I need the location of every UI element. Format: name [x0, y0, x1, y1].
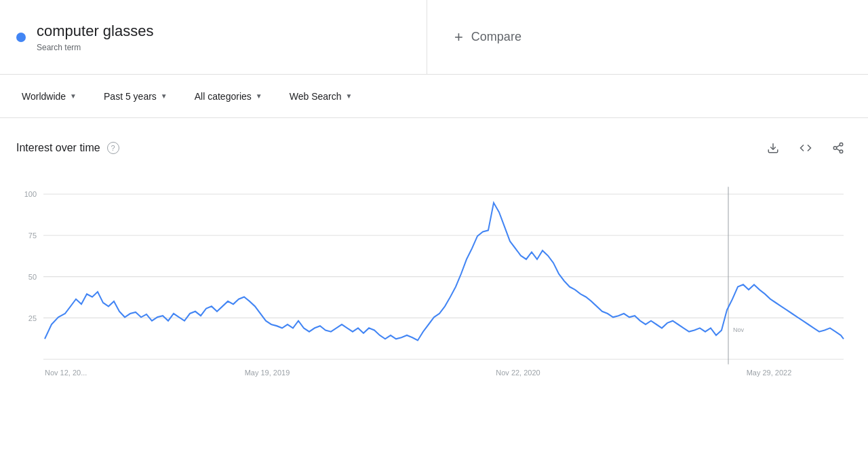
y-label-100: 100: [24, 190, 37, 198]
share-button[interactable]: [825, 134, 852, 162]
time-filter[interactable]: Past 5 years ▼: [93, 86, 178, 107]
search-type-filter-chevron: ▼: [345, 92, 352, 100]
search-type-filter-label: Web Search: [290, 91, 342, 102]
search-type-filter[interactable]: Web Search ▼: [279, 86, 363, 107]
category-filter-chevron: ▼: [256, 92, 262, 100]
category-filter[interactable]: All categories ▼: [184, 86, 273, 107]
chart-title: Interest over time: [16, 142, 100, 154]
y-label-25: 25: [28, 314, 37, 322]
search-term-text: computer glasses Search term: [37, 22, 153, 52]
svg-line-5: [836, 145, 840, 147]
x-label-2: May 19, 2019: [245, 368, 290, 376]
svg-line-4: [836, 149, 840, 151]
chart-actions: [760, 134, 852, 162]
geo-filter-chevron: ▼: [70, 92, 77, 100]
y-label-75: 75: [28, 231, 37, 240]
svg-point-2: [833, 147, 837, 150]
chart-title-group: Interest over time ?: [16, 142, 119, 154]
svg-point-3: [840, 150, 843, 153]
search-term-section: computer glasses Search term: [0, 0, 427, 74]
chart-area: 100 75 50 25 Nov Nov 12, 20... May 19, 2…: [0, 172, 868, 390]
category-filter-label: All categories: [195, 91, 252, 102]
svg-point-1: [840, 143, 843, 147]
note-label: Nov: [733, 326, 744, 333]
geo-filter[interactable]: Worldwide ▼: [11, 86, 87, 107]
search-term-title: computer glasses: [37, 22, 153, 41]
header: computer glasses Search term + Compare: [0, 0, 868, 75]
geo-filter-label: Worldwide: [22, 91, 66, 102]
x-label-3: Nov 22, 2020: [496, 368, 540, 376]
compare-label: Compare: [471, 30, 521, 44]
embed-button[interactable]: [792, 134, 819, 162]
chart-header: Interest over time ?: [0, 134, 868, 172]
x-label-4: May 29, 2022: [747, 368, 792, 376]
compare-section[interactable]: + Compare: [427, 0, 549, 74]
chart-section: Interest over time ?: [0, 118, 868, 390]
help-icon[interactable]: ?: [107, 142, 119, 154]
download-button[interactable]: [760, 134, 787, 162]
y-label-50: 50: [28, 273, 37, 281]
x-label-1: Nov 12, 20...: [45, 368, 87, 376]
search-term-subtitle: Search term: [37, 43, 153, 52]
compare-icon: +: [454, 29, 463, 46]
time-filter-chevron: ▼: [161, 92, 167, 100]
search-term-dot: [16, 33, 26, 42]
filters-bar: Worldwide ▼ Past 5 years ▼ All categorie…: [0, 75, 868, 118]
chart-svg: 100 75 50 25 Nov Nov 12, 20... May 19, 2…: [16, 172, 852, 390]
time-filter-label: Past 5 years: [104, 91, 157, 102]
